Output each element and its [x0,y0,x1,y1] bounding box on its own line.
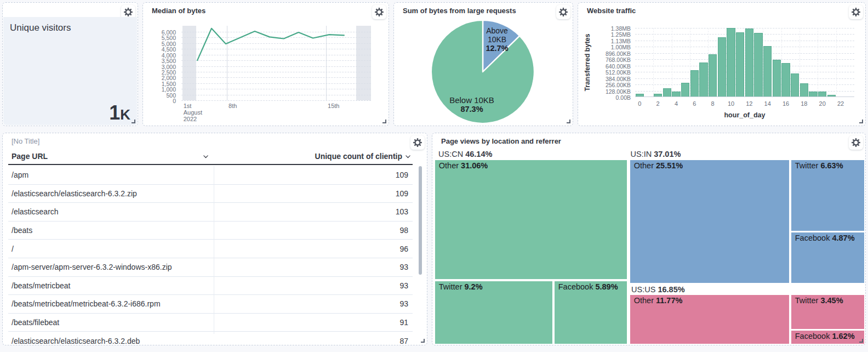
traffic-bar-hour-13[interactable] [754,33,762,97]
traffic-bar-hour-14[interactable] [763,46,772,97]
table-row-partial: /elasticsearch/elasticsearch-6.3.2.deb87 [8,332,413,344]
pie-slice-label-below: Below 10KB 87.3% [438,96,506,113]
gear-icon [852,8,860,16]
traffic-bar-hour-5[interactable] [681,83,689,97]
y-axis-tick-label: 640.00KB [606,63,631,70]
dashboard: Unique visitors 1K Median of bytes 05001… [0,0,868,352]
gridline [181,100,371,101]
x-axis-tick-label: 12 [746,100,752,107]
y-axis-tick-label: 384.00KB [606,76,631,82]
page-url-cell: /apm [8,171,215,179]
treemap-cell-other[interactable]: Other 11.77% [630,295,789,344]
y-axis-tick-label: 2,000 [162,75,176,81]
x-axis-tick-label: 0 [638,100,641,107]
resize-handle[interactable] [859,339,863,343]
gridline [653,28,654,97]
table-row: /96 [8,240,413,258]
panel-title: [No Title] [12,137,405,145]
traffic-bar-hour-11[interactable] [736,32,744,97]
x-axis-line [635,96,854,97]
y-axis-tick-label: 1.38MB [611,25,631,32]
y-axis-tick-label: 3,500 [162,58,176,64]
traffic-bar-hour-15[interactable] [773,60,781,97]
y-axis-tick-label: 1.25MB [611,31,631,38]
traffic-bar-hour-16[interactable] [781,63,790,97]
gridline [818,28,818,97]
traffic-bar-hour-9[interactable] [718,37,726,97]
x-axis-tick-label: 8th [229,103,237,109]
panel-settings-button[interactable] [410,135,425,150]
traffic-bar-hour-7[interactable] [699,63,707,97]
traffic-bar-hour-17[interactable] [791,73,799,97]
count-cell: 98 [215,226,413,235]
y-axis-tick-label: 2,500 [162,69,176,76]
traffic-plot[interactable] [635,28,854,97]
traffic-bar-hour-10[interactable] [727,28,735,97]
page-url-cell: /beats/filebeat [8,318,215,327]
traffic-bar-hour-12[interactable] [745,29,753,97]
page-url-cell: /elasticsearch/elasticsearch-6.3.2.deb [8,337,215,344]
page-url-cell: /beats [8,226,215,235]
treemap-cell-facebook[interactable]: Facebook 5.89% [555,281,627,344]
panel-settings-button[interactable] [849,135,863,150]
table-row: /apm109 [8,166,413,185]
metric-label: Unique visitors [10,22,71,33]
treemap-cell-facebook[interactable]: Facebook 1.62% [791,331,864,344]
y-axis-tick-label: 128.00KB [606,88,631,95]
traffic-y-axis-title: Transferred bytes [583,28,592,97]
resize-handle[interactable] [132,120,135,123]
pie-chart[interactable]: Above 10KB 12.7% Below 10KB 87.3% [430,19,536,125]
traffic-bar-hour-3[interactable] [663,88,671,97]
traffic-bar-hour-6[interactable] [690,70,699,97]
resize-handle[interactable] [567,120,570,123]
treemap-cell-other[interactable]: Other 25.51% [630,160,789,283]
resize-handle[interactable] [421,339,425,343]
pie-slice-pct: 12.7% [486,44,508,53]
y-axis-tick-label: 5,500 [162,35,176,41]
treemap-cell-twitter[interactable]: Twitter 6.63% [791,160,864,231]
treemap-cell-twitter[interactable]: Twitter 3.45% [791,295,864,329]
resize-handle[interactable] [382,120,386,123]
column-divider [214,166,214,334]
x-axis-tick-label: 2 [656,100,660,107]
gear-icon [852,138,860,147]
column-header-unique-count[interactable]: Unique count of clientip [214,152,413,161]
column-header-page-url[interactable]: Page URL [8,152,214,161]
panel-median-of-bytes: Median of bytes 05001,0001,5002,0002,500… [142,2,389,126]
x-axis-tick-label: 4 [675,100,678,107]
y-axis-tick-label: 1,500 [162,81,176,87]
panel-title: Median of bytes [152,7,367,15]
table-row: /beats/metricbeat/metricbeat-6.3.2-i686.… [8,295,413,314]
count-cell: 109 [215,171,413,179]
traffic-bar-hour-18[interactable] [800,83,808,97]
traffic-yaxis: 1.38MB1.25MB1.13MB1.00MB896.00KB768.00KB… [595,28,633,97]
x-axis-tick-label: 16 [783,100,789,107]
panel-sum-of-bytes-pie: Sum of bytes from large requests Above 1… [393,2,573,126]
panel-settings-button[interactable] [556,5,570,19]
panel-settings-button[interactable] [372,5,386,19]
gridline [672,28,672,97]
y-axis-tick-label: 1.00MB [611,44,631,50]
panel-settings-button[interactable] [849,5,863,19]
resize-handle[interactable] [859,120,863,123]
traffic-bar-hour-8[interactable] [709,54,717,97]
treemap-cell-facebook[interactable]: Facebook 4.87% [791,232,864,283]
median-plot[interactable] [181,26,371,100]
treemap-group-label: US:CN 46.14% [438,150,492,158]
treemap-cell-twitter[interactable]: Twitter 9.2% [435,281,552,344]
pie-slice-name: Below 10KB [449,95,494,105]
treemap-cell-other[interactable]: Other 31.06% [435,160,627,279]
count-cell: 96 [215,245,413,253]
x-axis-tick-label: 18 [801,100,807,107]
metric-value: 1K [109,103,130,123]
y-axis-tick-label: 0.00B [616,94,631,101]
page-url-cell: /beats/metricbeat/metricbeat-6.3.2-i686.… [8,299,215,308]
page-url-cell: /elasticsearch/elasticsearch-6.3.2.zip [8,189,215,198]
y-axis-tick-label: 896.00KB [606,50,631,57]
y-axis-tick-label: 5,000 [162,41,176,47]
table-scrollbar[interactable] [419,166,422,275]
table-row: /apm-server/apm-server-6.3.2-windows-x86… [8,258,413,277]
gear-icon [559,8,568,16]
table-row: /elasticsearch/elasticsearch-6.3.2.zip10… [8,185,413,203]
metric-body: Unique visitors 1K [3,17,137,125]
